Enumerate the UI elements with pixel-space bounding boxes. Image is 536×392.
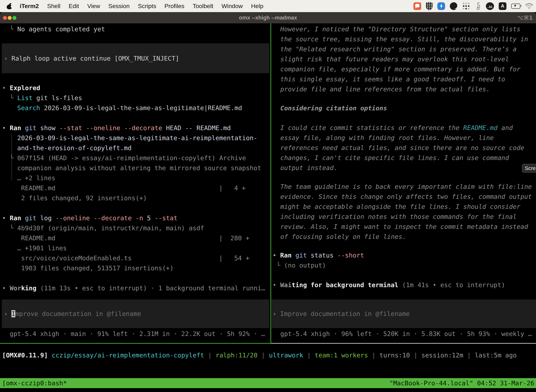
inject-banner[interactable]: › Ralph loop active continue [OMX_TMUX_I… [2,43,269,73]
screen: iTerm2 Shell Edit View Session Scripts P… [0,0,536,392]
thought-heading: Considering citation options [280,103,387,113]
thought-p3-line: of focusing solely on file lines. [280,232,406,242]
menu-scripts[interactable]: Scripts [138,3,156,9]
tooltip-text: Scre [525,165,536,171]
menu-toolbelt[interactable]: Toolbelt [193,3,213,9]
more-lines-1: … +2 lines [17,173,55,183]
ran-git-show-command: • Ran git show --stat --oneline --decora… [2,123,231,133]
pane-bottom-border-inactive [271,343,536,344]
tmux-status-bar: [omx-cczip0:bash* "MacBook-Pro-44.local"… [0,378,536,388]
menu-session[interactable]: Session [108,3,129,9]
omx-status-line: [OMX#0.11.9] cczip/essay/ai-reimplementa… [2,350,517,360]
ran-git-status-command: • Ran git status --short [273,250,364,260]
explored-list-line: └ List git ls-files [10,93,82,103]
thought-p1-line: companion file, especially if more comme… [280,64,520,74]
shield-grid-icon[interactable] [426,2,433,10]
badge-61-icon[interactable]: ..61 [486,2,494,10]
thought-p2-line: changes, I can't cite specific file line… [280,153,509,163]
thought-p3-line: evidence. Since this change only affects… [280,191,532,202]
left-prompt-text: › Improve documentation in @filename [4,309,141,319]
thought-p2-line: references need actual files, and since … [280,143,524,153]
explored-header: • Explored [2,83,40,93]
blue-badge-icon[interactable] [437,2,445,10]
thought-p1-line: this single essay, it seems like a good … [280,74,505,84]
left-prompt-input[interactable]: › Improve documentation in @filename [2,299,269,328]
right-prompt-input[interactable]: › Improve documentation in @filename [272,299,536,328]
thought-p1-line: provide file and line references from th… [280,84,490,94]
letter-a-icon[interactable]: A [499,2,507,10]
filename-wrap-line-2: and-the-erosion-of-copyleft.md [17,143,132,153]
stat-file-2: README.md [21,233,55,243]
right-model-status-line: gpt-5.4 xhigh · 96% left · 520K in · 5.8… [280,329,532,339]
stat-file-1: README.md [21,183,55,193]
screen-overlay-tooltip: Scre [522,164,536,173]
dots-grid-icon[interactable] [462,2,470,10]
thought-p3-line: including verification notes with those … [280,212,517,222]
menu-window[interactable]: Window [222,3,243,9]
thought-p2-line: I could cite commit statistics or refere… [280,123,513,133]
window-title: omx --xhigh --madmax [0,12,536,23]
menu-app-name[interactable]: iTerm2 [20,3,39,9]
stat-value-1: | 4 + [219,183,246,193]
thought-p1-line: the "Related research writing" section i… [280,44,517,54]
menu-shell[interactable]: Shell [47,3,61,9]
thought-p1-line: slight risk that future readers may over… [280,54,509,64]
macos-menu-bar: iTerm2 Shell Edit View Session Scripts P… [0,0,536,12]
filename-wrap-line-1: 2026-03-09-is-legal-the-same-as-legitima… [17,133,257,143]
menu-items: iTerm2 Shell Edit View Session Scripts P… [20,3,263,9]
inject-banner-text: › Ralph loop active continue [OMX_TMUX_I… [4,53,179,63]
menu-profiles[interactable]: Profiles [164,3,184,9]
thought-p3-line: review. Also, I might want to inspect th… [280,222,528,232]
thought-p1-line: However, I noticed the "Directory Struct… [280,24,520,34]
stat-value-2: | 280 + [219,233,249,243]
crescent-icon[interactable] [450,2,458,10]
thought-p2-line: essay file, along with finding root file… [280,133,494,143]
thought-p2-line: output instead. [280,163,337,173]
menu-help[interactable]: Help [251,3,263,9]
no-output-line: └ (no output) [277,260,326,270]
working-status-line: • Working (11m 13s • esc to interrupt) ·… [2,283,265,293]
right-prompt-text: › Improve documentation in @filename [273,309,410,319]
diff-summary-1: 2 files changed, 92 insertions(+) [21,193,147,203]
wifi-icon[interactable] [525,3,533,9]
commit-line-log: └ 4b9d30f (origin/main, instructkr/main,… [10,223,204,233]
menu-status-icons: ..61 A [413,2,533,10]
left-model-status-line: gpt-5.4 xhigh · main · 91% left · 2.31M … [10,329,265,339]
thought-p1-line: the source tree, missing the essay. Stil… [280,34,528,44]
pane-bottom-border-active [0,343,271,344]
battery-icon[interactable] [511,4,520,9]
explored-search-line: Search 2026-03-09-is-legal-the-same-as-l… [17,103,242,113]
diff-summary-2: 1903 files changed, 513517 insertions(+) [21,263,174,273]
apple-menu-icon[interactable] [7,3,12,9]
thought-p3-line: might be acceptable alongside the file l… [280,202,520,212]
thought-p3-line: The team guideline is to back every impo… [280,182,532,191]
waiting-status-line: • Waiting for background terminal (1m 41… [273,280,505,290]
menu-view[interactable]: View [87,3,100,9]
stat-value-3: | 54 + [219,253,249,263]
ran-git-log-command: • Ran git log --oneline --decorate -n 5 … [2,213,177,223]
menu-edit[interactable]: Edit [69,3,79,9]
chat-icon[interactable] [413,2,421,10]
terminal: └ No agents completed yet › Ralph loop a… [0,23,536,392]
tmux-host-clock: "MacBook-Pro-44.local" 04:52 31-Mar-26 [389,378,534,388]
tmux-session-window[interactable]: [omx-cczip0:bash* [2,378,67,388]
pane-divider[interactable] [270,23,271,343]
commit-line-show-wrap: companion analysis without altering the … [17,163,261,173]
commit-line-show: └ 067f154 (HEAD -> essay/ai-reimplementa… [10,153,246,163]
line-no-agents: └ No agents completed yet [10,24,105,34]
squiggle-icon[interactable] [475,2,481,10]
stat-file-3: src/voice/voiceModeEnabled.ts [21,253,132,263]
more-lines-2: … +1901 lines [17,243,67,253]
window-shortcut-badge: ⌥⌘1 [517,12,533,23]
